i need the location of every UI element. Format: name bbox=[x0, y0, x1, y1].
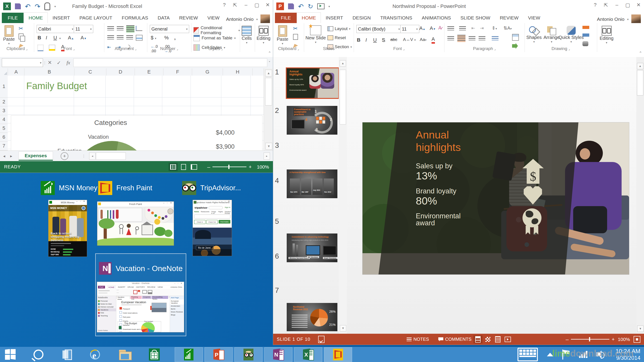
ppt-tab-animations[interactable]: ANIMATIONS bbox=[417, 13, 456, 23]
tile-msn-money[interactable]: MSN Money bbox=[41, 181, 98, 195]
excel-row-headers[interactable]: 1 2 3 4 5 6 7 bbox=[0, 76, 8, 150]
avatar[interactable] bbox=[260, 14, 270, 24]
volume-icon[interactable] bbox=[596, 350, 606, 359]
msn-money-thumbnail[interactable]: MSN Money– ▫ ✕ MSN MONEY Back to school … bbox=[48, 200, 87, 256]
excel-file-tab[interactable]: FILE bbox=[2, 13, 24, 23]
zoom-out-icon[interactable]: – bbox=[566, 336, 569, 342]
excel-tab-home[interactable]: HOME bbox=[24, 12, 48, 23]
excel-view-page-break-icon[interactable] bbox=[190, 163, 198, 171]
minimize-button[interactable]: – bbox=[612, 0, 622, 10]
slide-thumb-3[interactable]: A Partnership strengthened with time Nov… bbox=[287, 170, 338, 198]
shapes-button[interactable]: Shapes▾ bbox=[526, 26, 542, 44]
taskbar-powerpoint[interactable]: P bbox=[204, 347, 232, 362]
tripadvisor-thumbnail[interactable]: TripAdvisor Hotels Flights Restaurants– … bbox=[193, 200, 232, 256]
ppt-tab-transitions[interactable]: TRANSITIONS bbox=[376, 13, 417, 23]
ppt-view-slideshow-icon[interactable] bbox=[503, 335, 512, 344]
align-left-icon[interactable] bbox=[107, 35, 114, 39]
task-view-icon[interactable] bbox=[62, 350, 72, 360]
taskbar-msn-money[interactable] bbox=[175, 347, 203, 362]
ribbon-display-button[interactable]: ⇱ bbox=[230, 0, 240, 10]
maximize-button[interactable]: ▢ bbox=[622, 0, 633, 10]
main-slide[interactable]: Annual highlights Sales up by 13% Brand … bbox=[362, 122, 629, 274]
ppt-file-tab[interactable]: FILE bbox=[275, 13, 297, 23]
percent-icon[interactable]: % bbox=[164, 35, 169, 41]
thumbnail-scroll-thumb[interactable] bbox=[340, 70, 346, 124]
editing-button[interactable]: Editing▾ bbox=[600, 26, 614, 44]
copy-icon[interactable] bbox=[18, 34, 25, 42]
zoom-in-icon[interactable]: + bbox=[612, 336, 614, 342]
columns-icon[interactable] bbox=[492, 36, 498, 40]
excel-grid[interactable]: Family Budget Categories Vacation Educat… bbox=[8, 76, 264, 150]
shape-effects-icon[interactable] bbox=[582, 41, 588, 46]
start-button[interactable] bbox=[5, 349, 16, 360]
sheet-next-icon[interactable]: ▸ bbox=[10, 154, 12, 158]
excel-vscrollbar[interactable]: ▲ ▼ bbox=[264, 68, 273, 150]
merge-center-icon[interactable] bbox=[136, 35, 142, 41]
excel-view-page-layout-icon[interactable] bbox=[179, 163, 188, 171]
font-family-combo[interactable]: Calibri (Body)▾ bbox=[356, 25, 402, 33]
orientation-icon[interactable] bbox=[136, 26, 142, 31]
ppt-tab-view[interactable]: VIEW bbox=[524, 13, 545, 23]
cells-button[interactable]: Cells▾ bbox=[242, 26, 252, 44]
sheet-prev-icon[interactable]: ◂ bbox=[3, 154, 5, 158]
underline-button[interactable]: U bbox=[54, 35, 57, 41]
new-slide-button[interactable]: New Slide▾ bbox=[306, 25, 325, 44]
formula-input[interactable] bbox=[73, 58, 267, 67]
close-button[interactable]: ✕ bbox=[262, 0, 273, 10]
ppt-view-sorter-icon[interactable] bbox=[483, 335, 492, 344]
reset-button[interactable]: Reset bbox=[328, 35, 346, 40]
taskbar-excel[interactable]: X bbox=[294, 347, 322, 362]
tile-tripadvisor[interactable]: TripAdvisor... bbox=[182, 181, 241, 195]
cut-icon[interactable]: ✂ bbox=[18, 25, 23, 32]
justify-icon[interactable] bbox=[478, 36, 486, 40]
ppt-thumbnail-panel[interactable]: 1 Annual highlights Sales up by 13% Bran… bbox=[273, 57, 339, 334]
fresh-paint-thumbnail[interactable]: Fresh Paint– ▫ ✕ bbox=[97, 202, 174, 246]
grow-font-button[interactable]: A▲ bbox=[419, 25, 426, 31]
zoom-out-icon[interactable]: – bbox=[207, 164, 210, 170]
quick-styles-button[interactable]: Quick Styles▾ bbox=[562, 26, 580, 44]
collapse-ribbon-icon[interactable]: ⌃ bbox=[268, 51, 271, 56]
slide-title[interactable]: Annual highlights bbox=[416, 128, 461, 154]
excel-tab-page-layout[interactable]: PAGE LAYOUT bbox=[75, 13, 117, 23]
excel-hscroll-thumb[interactable] bbox=[96, 152, 126, 160]
excel-tab-insert[interactable]: INSERT bbox=[48, 13, 75, 23]
slide-thumb-4[interactable]: Commitment to advancing technology Intro… bbox=[287, 234, 338, 262]
ppt-zoom-level[interactable]: 100% bbox=[618, 337, 630, 342]
italic-button[interactable]: I bbox=[366, 37, 367, 43]
cancel-icon[interactable]: ✕ bbox=[45, 60, 54, 66]
ppt-main-scroll-thumb[interactable] bbox=[637, 70, 643, 96]
ppt-tab-review[interactable]: REVIEW bbox=[495, 13, 524, 23]
excel-zoom-level[interactable]: 100% bbox=[257, 164, 269, 170]
excel-column-headers[interactable]: A B C D E F G H bbox=[0, 68, 264, 76]
ribbon-display-button[interactable]: ⇱ bbox=[600, 0, 612, 10]
increase-indent-icon[interactable]: ⇥ bbox=[480, 25, 484, 31]
numbering-icon[interactable] bbox=[459, 26, 466, 30]
text-box-vert-icon[interactable] bbox=[512, 34, 519, 41]
touch-keyboard-icon[interactable] bbox=[518, 348, 538, 361]
onenote-thumbnail[interactable]: Vacation - OneNote – ▫ ✕ FILE HOME INSER… bbox=[97, 282, 184, 332]
bullets-icon[interactable] bbox=[447, 26, 454, 30]
ppt-view-normal-icon[interactable] bbox=[474, 335, 482, 344]
comments-button[interactable]: COMMENTS bbox=[438, 337, 472, 342]
excel-tab-formulas[interactable]: FORMULAS bbox=[117, 13, 153, 23]
strikethrough-button[interactable]: abc bbox=[390, 37, 397, 42]
font-color-icon[interactable]: A bbox=[432, 36, 435, 44]
align-center-icon[interactable] bbox=[117, 35, 124, 39]
avatar[interactable] bbox=[631, 14, 641, 24]
action-center-flag-icon[interactable] bbox=[562, 350, 570, 360]
expand-formula-bar-icon[interactable]: ˅ bbox=[268, 61, 270, 65]
grow-font-button[interactable]: A▲ bbox=[68, 35, 74, 41]
taskbar-fresh-paint[interactable] bbox=[324, 347, 352, 362]
shadow-button[interactable]: S bbox=[382, 37, 385, 43]
sheet-tab-expenses[interactable]: Expenses bbox=[18, 151, 53, 161]
line-spacing-icon[interactable]: ⇕▾ bbox=[492, 25, 497, 31]
ppt-main-scrollbar[interactable]: ▲ ▼ bbox=[636, 57, 644, 334]
account-name[interactable]: Antonio Onio bbox=[597, 16, 624, 22]
clock[interactable]: 10:24 AM 9/30/2014 bbox=[616, 348, 640, 361]
excel-vscroll-thumb[interactable] bbox=[265, 78, 272, 106]
accounting-format-icon[interactable]: $ ▾ bbox=[151, 35, 156, 41]
decrease-indent-icon[interactable]: ⇤ bbox=[471, 25, 475, 31]
format-as-table-button[interactable]: Format as Table▾ bbox=[194, 35, 236, 41]
align-bottom-icon[interactable] bbox=[126, 25, 134, 32]
font-family-combo[interactable]: Calibri▾ bbox=[37, 25, 75, 33]
